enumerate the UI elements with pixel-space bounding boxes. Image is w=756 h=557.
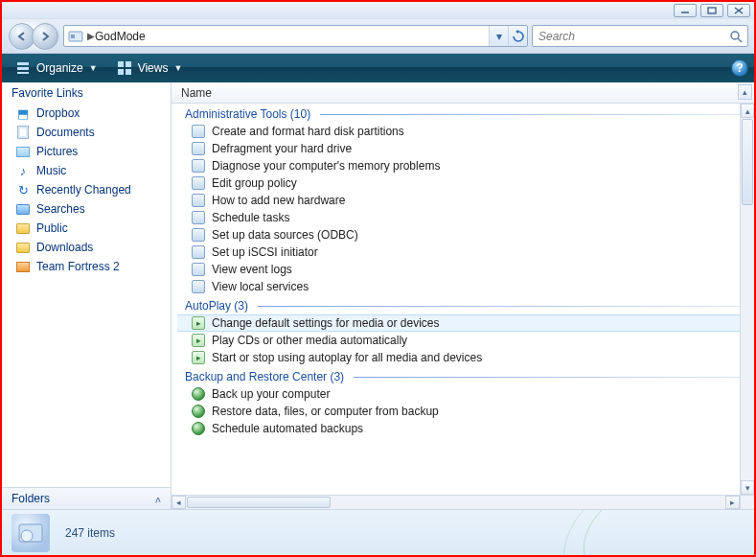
group-title: AutoPlay (3) [185,299,248,313]
sidebar-item-searches[interactable]: Searches [2,199,171,219]
sidebar-item-label: Documents [36,126,95,139]
svg-rect-11 [118,61,124,67]
group-title: Backup and Restore Center (3) [185,370,344,383]
list-area: Administrative Tools (10)Create and form… [172,104,754,509]
column-name-label: Name [181,86,212,100]
minimize-button[interactable] [674,4,697,17]
organize-icon [15,60,31,76]
breadcrumb-sep-icon: ▶ [87,31,95,41]
list-item[interactable]: Set up iSCSI initiator [177,244,740,261]
chevron-down-icon: ▼ [173,63,182,73]
views-button[interactable]: Views ▼ [109,58,191,79]
navbar: ▶ GodMode ▾ [2,19,754,54]
list-item-label: Start or stop using autoplay for all med… [212,351,482,364]
scroll-track[interactable] [332,496,725,509]
sidebar-item-documents[interactable]: Documents [2,123,171,142]
list-item[interactable]: View event logs [177,261,740,278]
list-item[interactable]: View local services [177,278,740,295]
svg-rect-13 [118,69,124,75]
svg-rect-14 [126,69,131,75]
folders-label: Folders [11,492,50,505]
address-bar[interactable]: ▶ GodMode ▾ [63,25,528,47]
list-item[interactable]: Back up your computer [177,385,740,403]
content-pane: Name ▴ Administrative Tools (10)Create a… [172,82,754,509]
list-item[interactable]: Schedule automated backups [177,420,740,437]
location-icon [66,27,85,46]
search-input[interactable] [537,29,729,44]
sidebar-item-label: Pictures [36,145,78,158]
group-header[interactable]: AutoPlay (3) [185,299,740,313]
sidebar-item-label: Recently Changed [36,183,131,197]
scroll-up-button[interactable]: ▴ [738,84,752,100]
list-item-label: Play CDs or other media automatically [212,334,407,347]
pictures-icon [15,144,31,159]
vertical-scrollbar[interactable]: ▴ ▾ [740,104,754,495]
chevron-down-icon: ▼ [89,63,98,73]
control-panel-icon [191,279,206,294]
item-count-label: 247 items [65,526,115,540]
list-item[interactable]: Change default settings for media or dev… [177,314,740,332]
dropbox-icon: ⬒ [15,105,31,121]
column-header[interactable]: Name ▴ [172,82,754,104]
sidebar-item-dropbox[interactable]: ⬒Dropbox [2,104,171,123]
sidebar-item-public[interactable]: Public [2,219,171,238]
svg-line-7 [738,38,742,42]
sidebar-item-downloads[interactable]: Downloads [2,238,171,257]
list-item[interactable]: Restore data, files, or computer from ba… [177,403,740,420]
control-panel-icon [191,158,206,174]
list-item[interactable]: How to add new hardware [177,192,740,209]
group-header[interactable]: Backup and Restore Center (3) [185,370,740,383]
list-item-label: Defragment your hard drive [212,142,352,155]
list-item-label: Restore data, files, or computer from ba… [212,405,439,418]
command-bar: Organize ▼ Views ▼ ? [2,54,754,82]
sidebar-item-label: Team Fortress 2 [36,260,120,273]
scroll-thumb[interactable] [742,119,753,205]
sidebar-item-music[interactable]: ♪Music [2,161,171,180]
maximize-button[interactable] [700,4,723,17]
list-item-label: Schedule tasks [212,211,289,224]
search-box[interactable] [532,25,748,47]
sidebar-item-pictures[interactable]: Pictures [2,142,171,161]
help-button[interactable]: ? [731,59,748,77]
sidebar-item-team-fortress-2[interactable]: Team Fortress 2 [2,257,171,276]
divider [354,377,740,378]
scroll-down-icon[interactable]: ▾ [741,480,754,495]
list-item[interactable]: Schedule tasks [177,209,740,226]
scroll-up-icon[interactable]: ▴ [741,104,754,118]
close-button[interactable] [727,4,750,17]
forward-button[interactable] [32,23,58,50]
views-label: Views [138,61,169,75]
horizontal-scrollbar[interactable]: ◂ ▸ [172,495,740,509]
scroll-left-icon[interactable]: ◂ [172,496,186,509]
views-icon [117,60,132,76]
list-item-label: Set up iSCSI initiator [212,245,318,259]
list-item[interactable]: Edit group policy [177,174,740,192]
list-item[interactable]: Start or stop using autoplay for all med… [177,349,740,366]
list[interactable]: Administrative Tools (10)Create and form… [172,104,740,495]
list-item-label: Create and format hard disk partitions [212,125,404,138]
scroll-thumb[interactable] [187,497,331,508]
control-panel-icon [191,244,206,260]
list-item[interactable]: Set up data sources (ODBC) [177,226,740,244]
sidebar: Favorite Links ⬒DropboxDocumentsPictures… [2,82,172,509]
svg-rect-9 [17,67,29,70]
main-area: Favorite Links ⬒DropboxDocumentsPictures… [2,82,754,509]
breadcrumb-location[interactable]: GodMode [95,30,489,43]
control-panel-icon [191,124,206,139]
organize-button[interactable]: Organize ▼ [8,58,105,79]
scroll-right-icon[interactable]: ▸ [725,496,740,509]
favorite-links-header: Favorite Links [2,82,171,102]
sidebar-item-recently-changed[interactable]: ↻Recently Changed [2,180,171,199]
list-item[interactable]: Defragment your hard drive [177,140,740,157]
details-pane: 247 items [2,509,754,555]
list-item[interactable]: Play CDs or other media automatically [177,332,740,349]
scroll-track[interactable] [741,206,754,480]
refresh-button[interactable] [508,26,527,46]
list-item[interactable]: Diagnose your computer's memory problems [177,157,740,174]
group-header[interactable]: Administrative Tools (10) [185,107,740,121]
list-item[interactable]: Create and format hard disk partitions [177,123,740,140]
autoplay-icon [191,315,206,331]
address-dropdown-button[interactable]: ▾ [489,26,508,46]
recent-icon: ↻ [15,182,31,197]
folders-pane-header[interactable]: Folders ʌ [2,487,171,509]
